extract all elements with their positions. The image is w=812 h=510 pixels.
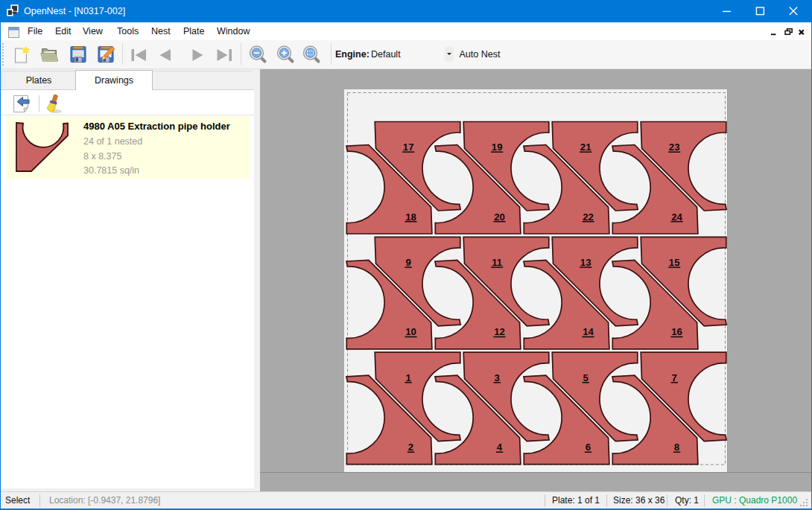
svg-text:24: 24 [671, 211, 682, 223]
svg-text:22: 22 [583, 211, 594, 223]
svg-text:16: 16 [671, 326, 682, 337]
svg-text:13: 13 [580, 257, 591, 268]
svg-text:21: 21 [580, 141, 591, 153]
svg-text:4: 4 [497, 442, 503, 453]
svg-text:6: 6 [586, 442, 591, 453]
svg-text:2: 2 [408, 442, 413, 453]
svg-text:9: 9 [406, 257, 411, 268]
svg-text:3: 3 [495, 372, 500, 383]
svg-text:7: 7 [672, 372, 677, 383]
svg-text:8: 8 [674, 442, 679, 453]
svg-text:20: 20 [494, 211, 505, 223]
svg-text:23: 23 [669, 141, 680, 153]
svg-text:17: 17 [403, 141, 414, 153]
svg-text:10: 10 [405, 326, 416, 337]
svg-text:19: 19 [492, 141, 503, 153]
svg-text:11: 11 [492, 257, 502, 268]
svg-text:15: 15 [669, 257, 680, 268]
svg-text:1: 1 [406, 372, 411, 383]
svg-text:5: 5 [583, 372, 589, 383]
svg-text:18: 18 [405, 211, 416, 223]
svg-text:12: 12 [494, 326, 505, 337]
svg-text:14: 14 [583, 326, 594, 337]
